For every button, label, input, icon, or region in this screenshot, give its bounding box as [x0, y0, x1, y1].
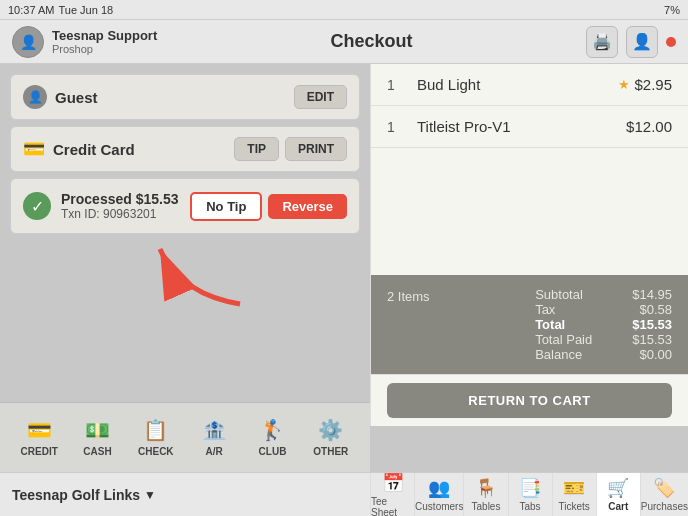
item-qty: 1 [387, 77, 407, 93]
date: Tue Jun 18 [58, 4, 113, 16]
battery: 7% [664, 4, 680, 16]
txn-amount: Processed $15.53 [61, 191, 179, 207]
left-panel: 👤 Guest EDIT 💳 Credit Card TIP PRINT ✓ P… [0, 64, 370, 426]
item-name: Bud Light [417, 76, 618, 93]
payment-methods-bar: 💳 CREDIT 💵 CASH 📋 CHECK 🏦 A/R 🏌️ CLUB ⚙️… [0, 402, 370, 472]
total-label: Total [535, 317, 592, 332]
payment-method-credit[interactable]: 💳 CREDIT [10, 418, 68, 457]
cart-icon: 🛒 [607, 477, 629, 499]
credit-icon: 💳 [27, 418, 52, 442]
main-content: 👤 Guest EDIT 💳 Credit Card TIP PRINT ✓ P… [0, 64, 688, 426]
other-icon: ⚙️ [318, 418, 343, 442]
header-location: Proshop [52, 43, 157, 55]
nav-tab-tables[interactable]: 🪑 Tables [463, 473, 507, 516]
cash-label: CASH [83, 446, 111, 457]
payment-method-check[interactable]: 📋 CHECK [127, 418, 185, 457]
guest-icon: 👤 [23, 85, 47, 109]
items-count-label: 2 Items [387, 289, 430, 304]
cash-icon: 💵 [85, 418, 110, 442]
teesheet-label: Tee Sheet [371, 496, 414, 517]
item-row: 1 Titleist Pro-V1 $12.00 [371, 106, 688, 148]
items-count: 2 Items [387, 287, 430, 305]
club-label: CLUB [259, 446, 287, 457]
nav-tab-teesheet[interactable]: 📅 Tee Sheet [370, 473, 414, 516]
tax-label: Tax [535, 302, 592, 317]
payment-method-ar[interactable]: 🏦 A/R [185, 418, 243, 457]
balance-label: Balance [535, 347, 592, 362]
dropdown-icon: ▼ [144, 488, 156, 502]
right-panel: 1 Bud Light ★ $2.95 1 Titleist Pro-V1 $1… [370, 64, 688, 426]
check-label: CHECK [138, 446, 174, 457]
nav-tab-customers[interactable]: 👥 Customers [414, 473, 463, 516]
summary-values: Subtotal Tax Total Total Paid Balance $1… [535, 287, 672, 362]
no-tip-button[interactable]: No Tip [190, 192, 262, 221]
purchases-icon: 🏷️ [653, 477, 675, 499]
check-icon: ✓ [23, 192, 51, 220]
nav-tab-purchases[interactable]: 🏷️ Purchases [640, 473, 688, 516]
avatar: 👤 [12, 26, 44, 58]
summary-section: 2 Items Subtotal Tax Total Total Paid Ba… [371, 275, 688, 374]
tables-label: Tables [472, 501, 501, 512]
tickets-icon: 🎫 [563, 477, 585, 499]
payment-method-cash[interactable]: 💵 CASH [68, 418, 126, 457]
guest-label: Guest [55, 89, 98, 106]
user-info: Teesnap Support Proshop [52, 28, 157, 55]
customers-label: Customers [415, 501, 463, 512]
txn-buttons: No Tip Reverse [190, 192, 347, 221]
tickets-label: Tickets [558, 501, 589, 512]
guest-row: 👤 Guest EDIT [10, 74, 360, 120]
ar-label: A/R [206, 446, 223, 457]
red-arrow-icon [140, 234, 260, 314]
print-button[interactable]: PRINT [285, 137, 347, 161]
header-left: 👤 Teesnap Support Proshop [12, 26, 157, 58]
user-icon-btn[interactable]: 👤 [626, 26, 658, 58]
reverse-button[interactable]: Reverse [268, 194, 347, 219]
status-bar: 10:37 AM Tue Jun 18 7% [0, 0, 688, 20]
item-price: $12.00 [626, 118, 672, 135]
page-title: Checkout [331, 31, 413, 52]
bottom-nav: Teesnap Golf Links ▼ 📅 Tee Sheet 👥 Custo… [0, 472, 688, 516]
location-label[interactable]: Teesnap Golf Links ▼ [0, 473, 370, 516]
star-icon: ★ [618, 77, 630, 92]
subtotal-value: $14.95 [632, 287, 672, 302]
payment-method-other[interactable]: ⚙️ OTHER [302, 418, 360, 457]
transaction-row: ✓ Processed $15.53 Txn ID: 90963201 No T… [10, 178, 360, 234]
balance-value: $0.00 [632, 347, 672, 362]
total-paid-label: Total Paid [535, 332, 592, 347]
return-to-cart-button[interactable]: RETURN TO CART [387, 383, 672, 418]
item-name: Titleist Pro-V1 [417, 118, 626, 135]
customers-icon: 👥 [428, 477, 450, 499]
guest-left: 👤 Guest [23, 85, 98, 109]
nav-tab-tabs[interactable]: 📑 Tabs [508, 473, 552, 516]
ar-icon: 🏦 [202, 418, 227, 442]
txn-left: ✓ Processed $15.53 Txn ID: 90963201 [23, 191, 179, 221]
cc-left: 💳 Credit Card [23, 138, 135, 160]
club-icon: 🏌️ [260, 418, 285, 442]
edit-button[interactable]: EDIT [294, 85, 347, 109]
nav-tab-cart[interactable]: 🛒 Cart [596, 473, 640, 516]
notification-dot [666, 37, 676, 47]
cart-label: Cart [608, 501, 628, 512]
location-text: Teesnap Golf Links [12, 487, 140, 503]
total-value: $15.53 [632, 317, 672, 332]
nav-tabs: 📅 Tee Sheet 👥 Customers 🪑 Tables 📑 Tabs … [370, 473, 688, 516]
tabs-icon: 📑 [519, 477, 541, 499]
print-icon-btn[interactable]: 🖨️ [586, 26, 618, 58]
credit-label: CREDIT [21, 446, 58, 457]
time: 10:37 AM [8, 4, 54, 16]
cc-buttons: TIP PRINT [234, 137, 347, 161]
subtotal-label: Subtotal [535, 287, 592, 302]
nav-tab-tickets[interactable]: 🎫 Tickets [552, 473, 596, 516]
item-qty: 1 [387, 119, 407, 135]
tax-value: $0.58 [632, 302, 672, 317]
txn-id: Txn ID: 90963201 [61, 207, 179, 221]
tip-button[interactable]: TIP [234, 137, 279, 161]
payment-bar-wrapper: 💳 CREDIT 💵 CASH 📋 CHECK 🏦 A/R 🏌️ CLUB ⚙️… [0, 402, 370, 472]
header-user: Teesnap Support [52, 28, 157, 43]
txn-info: Processed $15.53 Txn ID: 90963201 [61, 191, 179, 221]
arrow-annotation [10, 244, 360, 324]
payment-method-club[interactable]: 🏌️ CLUB [243, 418, 301, 457]
total-paid-value: $15.53 [632, 332, 672, 347]
summary-amounts-col: $14.95 $0.58 $15.53 $15.53 $0.00 [632, 287, 672, 362]
item-price: $2.95 [634, 76, 672, 93]
